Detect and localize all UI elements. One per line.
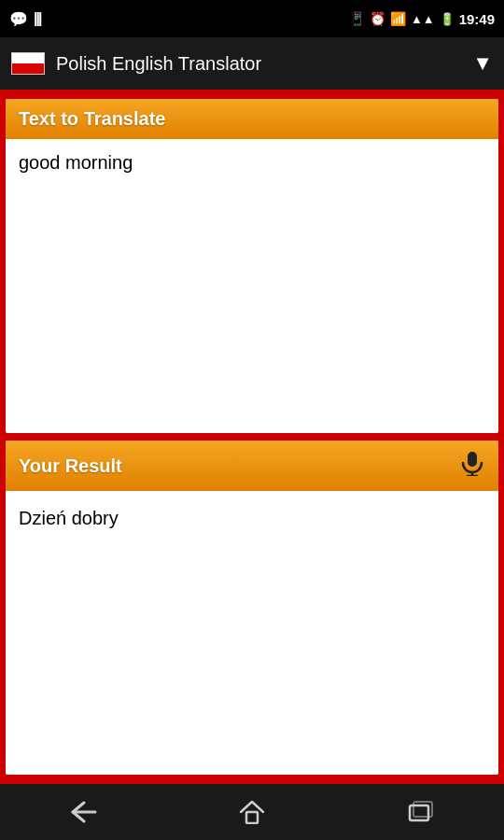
microphone-icon[interactable]: [459, 450, 485, 482]
result-text: Dzień dobry: [19, 504, 485, 616]
wifi-icon: 📶: [390, 11, 406, 26]
alarm-icon: ⏰: [370, 11, 385, 26]
input-section: Text to Translate good morning: [6, 99, 498, 433]
main-content: Text to Translate good morning Your Resu…: [0, 90, 504, 784]
status-left-icons: 💬 |||: [9, 10, 40, 28]
phone-rotate-icon: 📱: [349, 11, 365, 26]
result-section-body: Dzień dobry: [6, 491, 498, 629]
download-icon[interactable]: ▼: [472, 51, 493, 76]
nav-bar: [0, 784, 504, 840]
whatsapp-icon: 💬: [9, 10, 28, 28]
home-nav-button[interactable]: [224, 793, 280, 831]
result-section-title: Your Result: [19, 455, 122, 477]
result-section: Your Result Dzień dobry: [6, 441, 498, 775]
clock-display: 19:49: [459, 11, 495, 27]
back-nav-button[interactable]: [56, 793, 112, 831]
app-title: Polish English Translator: [56, 53, 461, 75]
battery-icon: 🔋: [440, 12, 455, 26]
status-right-area: 📱 ⏰ 📶 ▲▲ 🔋 19:49: [349, 11, 495, 27]
recents-nav-button[interactable]: [392, 793, 448, 831]
polish-flag: [11, 52, 45, 75]
translate-input[interactable]: good morning: [19, 152, 485, 264]
status-bar: 💬 ||| 📱 ⏰ 📶 ▲▲ 🔋 19:49: [0, 0, 504, 37]
barcode-icon: |||: [34, 10, 40, 27]
flag-white-stripe: [12, 53, 44, 63]
flag-red-stripe: [12, 63, 44, 74]
svg-rect-0: [468, 452, 477, 467]
signal-icon: ▲▲: [411, 12, 435, 26]
input-section-header: Text to Translate: [6, 99, 498, 139]
result-section-header: Your Result: [6, 441, 498, 491]
svg-rect-4: [246, 812, 258, 823]
input-section-title: Text to Translate: [19, 108, 165, 130]
app-bar: Polish English Translator ▼: [0, 37, 504, 90]
input-section-body: good morning: [6, 139, 498, 281]
